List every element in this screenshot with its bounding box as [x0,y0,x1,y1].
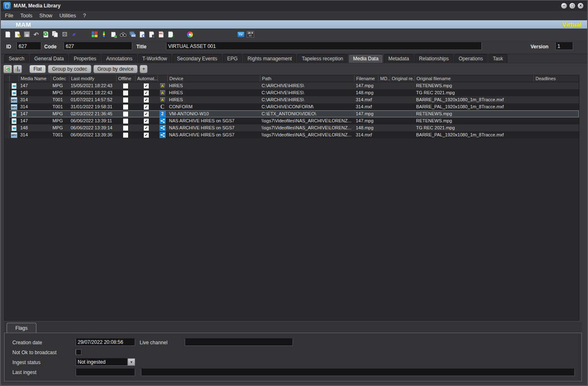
tab-media-data[interactable]: Media Data [348,54,383,63]
automatic-checkbox[interactable]: ✓ [144,83,149,88]
header-device[interactable]: Device [167,75,260,82]
refresh-media-list-button[interactable]: ♻ [3,65,12,73]
offline-checkbox[interactable] [123,126,128,131]
menu-help[interactable]: ? [83,12,90,19]
status-bars-icon[interactable] [100,30,108,39]
offline-checkbox[interactable] [123,83,128,88]
title-field[interactable] [166,42,482,50]
close-button[interactable]: × [577,2,584,9]
offline-checkbox[interactable] [123,133,128,138]
header-last-modify[interactable]: Last modify [69,75,116,82]
menu-utilities[interactable]: Utilities [60,12,80,19]
menu-show[interactable]: Show [39,12,56,19]
view-group-by-device-button[interactable]: Group by device [93,65,138,73]
table-row[interactable]: 147 MPG 15/05/2021 18:22:43 ✓ A HIRES C:… [5,82,579,89]
table-row[interactable]: MP2 314 T001 01/07/2021 14:57:52 ✓ A HIR… [5,96,579,103]
menu-tools[interactable]: Tools [20,12,36,19]
media-player-wheel-icon[interactable] [186,30,194,39]
layers-icon[interactable] [128,30,137,39]
ingest-status-value[interactable] [76,358,128,366]
tab-general-data[interactable]: General Data [30,54,68,63]
creation-date-field[interactable] [76,338,135,346]
workstation-config-icon[interactable] [90,30,99,39]
header-original-re[interactable]: Original re... [390,75,414,82]
undo-icon[interactable]: ↶ [32,30,40,39]
preview-document-icon[interactable] [138,30,146,39]
copy-asset-icon[interactable] [51,30,60,39]
tab-secondary-events[interactable]: Secondary Events [172,54,221,63]
copy-pages-icon[interactable] [109,30,118,39]
export-document-icon[interactable] [166,30,175,39]
header-automatic[interactable]: Automat... [135,75,157,82]
table-row[interactable]: MP2 314 T001 31/01/2022 19:58:31 ✓ C CON… [5,103,579,110]
offline-checkbox[interactable] [123,98,128,102]
tab-properties[interactable]: Properties [69,54,101,63]
code-field[interactable] [64,42,132,50]
automatic-checkbox[interactable]: ✓ [144,112,149,117]
tv-monitor-icon[interactable]: TV [236,30,245,39]
view-group-by-codec-button[interactable]: Group by codec [48,65,91,73]
chevron-down-icon[interactable]: ▼ [128,358,135,366]
offline-checkbox[interactable] [123,91,128,95]
header-device-icon[interactable] [157,75,167,82]
not-ok-to-broadcast-checkbox[interactable] [76,349,81,355]
header-media-icon[interactable] [10,75,19,82]
header-filename[interactable]: Filename [354,75,378,82]
tab-t-workflow[interactable]: T-Workflow [138,54,172,63]
header-original-filename[interactable]: Original filename [414,75,533,82]
refresh-asset-icon[interactable]: ♻ [41,30,50,39]
automatic-checkbox[interactable]: ✓ [144,126,149,131]
tab-relationships[interactable]: Relationships [414,54,453,63]
table-row[interactable]: MP2 314 T001 06/06/2022 13:39:36 ✓ NAS A… [5,131,579,138]
batch-dice-icon[interactable]: ⚄ [60,30,69,39]
maximize-button[interactable]: □ [569,2,576,9]
log-document-icon[interactable] [147,30,156,39]
id-field[interactable] [17,42,41,50]
last-ingest-detail-field[interactable] [141,369,575,376]
tab-epg[interactable]: EPG [223,54,242,63]
last-ingest-field[interactable] [76,369,135,376]
design-brush-icon[interactable]: ✒ [70,30,79,39]
tab-tapeless-reception[interactable]: Tapeless reception [297,54,348,63]
live-channel-field[interactable] [185,338,293,346]
edit-asset-icon[interactable]: ✎ [13,30,21,39]
automatic-checkbox[interactable]: ✓ [144,119,149,124]
aspect-sd-icon[interactable]: 16:9SD [246,30,255,39]
table-row[interactable]: 148 MPG 15/05/2021 18:22:43 ✓ A HIRES C:… [5,89,579,96]
ingest-status-dropdown[interactable]: ▼ [76,358,135,366]
tab-search[interactable]: Search [4,54,29,63]
search-binoculars-icon[interactable] [119,30,127,39]
view-flat-button[interactable]: Flat [29,65,46,73]
abc-spellcheck-icon[interactable]: ABC [157,30,165,39]
table-row[interactable]: 147 MPG 06/06/2022 13:39:11 ✓ NAS ARCHIV… [5,117,579,124]
table-row[interactable]: 148 MPG 06/06/2022 13:39:14 ✓ NAS ARCHIV… [5,124,579,131]
tab-metadata[interactable]: Metadata [384,54,414,63]
menu-file[interactable]: File [5,12,17,19]
header-offline[interactable]: Offline [116,75,135,82]
header-md[interactable]: MD... [378,75,390,82]
cell-path: C:\ARCHIVE\CONFORM\ [260,103,354,110]
tab-flags[interactable]: Flags [7,323,36,333]
tab-task[interactable]: Task [488,54,508,63]
minimize-button[interactable]: − [561,2,567,9]
offline-checkbox[interactable] [123,119,128,124]
header-codec[interactable]: Codec [51,75,69,82]
save-icon[interactable] [22,30,31,39]
header-deadlines[interactable]: Deadlines [533,75,579,82]
new-asset-icon[interactable] [3,30,12,39]
header-path[interactable]: Path [260,75,354,82]
automatic-checkbox[interactable]: ✓ [144,98,149,102]
view-add-button[interactable]: + [140,65,148,73]
offline-checkbox[interactable] [123,105,128,110]
offline-checkbox[interactable] [123,112,128,117]
tab-rights-management[interactable]: Rights management [243,54,296,63]
automatic-checkbox[interactable]: ✓ [144,133,149,138]
automatic-checkbox[interactable]: ✓ [144,91,149,95]
media-report-button[interactable] [13,65,22,73]
table-row-selected[interactable]: 147 MPG 02/03/2022 21:36:45 ✓ 2 VM-ANTON… [5,110,579,117]
tab-operations[interactable]: Operations [454,54,488,63]
tab-annotations[interactable]: Annotations [102,54,137,63]
automatic-checkbox[interactable]: ✓ [144,105,149,110]
version-field[interactable] [555,42,573,50]
header-media-name[interactable]: Media Name [19,75,51,82]
